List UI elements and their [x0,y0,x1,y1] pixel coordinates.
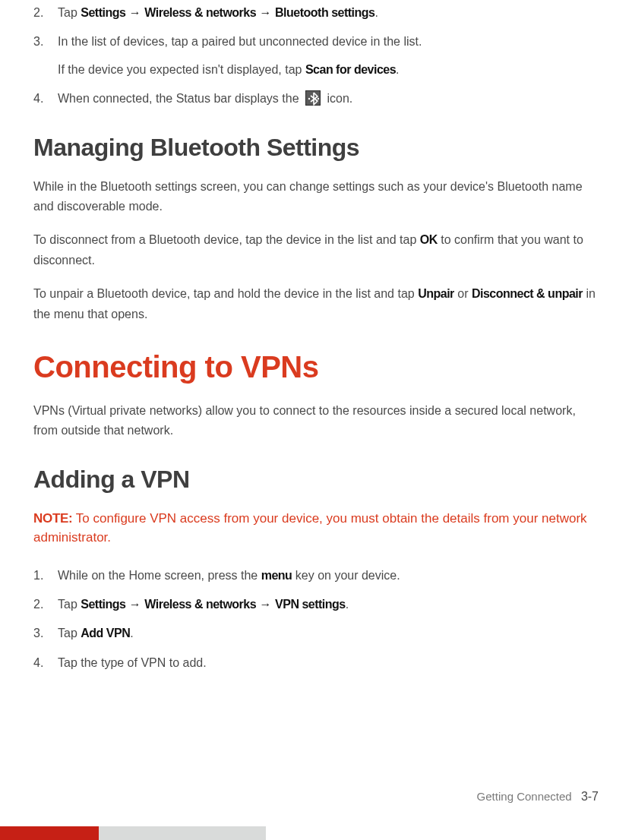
heading-adding-vpn: Adding a VPN [33,466,599,494]
text: Tap [58,598,81,611]
paragraph: VPNs (Virtual private networks) allow yo… [33,401,599,441]
step-number: 4. [33,653,58,673]
paragraph: While in the Bluetooth settings screen, … [33,177,599,217]
text: To unpair a Bluetooth device, tap and ho… [33,287,418,300]
note-label: NOTE: [33,511,72,526]
stripe-gray [99,826,266,840]
path-settings: Settings [81,6,125,19]
text: In the list of devices, tap a paired but… [58,35,422,48]
unpair-label: Unpair [418,287,454,300]
ok-label: OK [420,233,438,246]
step-body: Tap Add VPN. [58,624,599,643]
step-body: Tap the type of VPN to add. [58,653,599,673]
svg-point-1 [318,98,319,99]
step-number: 1. [33,566,58,586]
text: . [396,63,399,76]
text: or [454,287,472,300]
page-number: 3-7 [581,790,599,803]
vpn-step-3: 3. Tap Add VPN. [33,624,599,643]
text: Tap [58,6,81,19]
path-wireless: Wireless & networks [144,598,256,611]
text: Tap [58,627,81,639]
arrow-icon: → [260,598,272,611]
vpn-step-2: 2. Tap Settings → Wireless & networks → … [33,595,599,614]
text: key on your device. [292,569,400,582]
step-number: 2. [33,595,58,614]
scan-for-devices: Scan for devices [305,63,396,76]
step-body: In the list of devices, tap a paired but… [58,32,599,80]
stripe-red [0,826,99,840]
disconnect-unpair-label: Disconnect & unpair [472,287,583,300]
footer-stripe [0,826,266,840]
text: If the device you expected isn't display… [58,63,305,76]
paragraph: To disconnect from a Bluetooth device, t… [33,230,599,270]
text: To disconnect from a Bluetooth device, t… [33,233,420,246]
path-wireless: Wireless & networks [144,6,256,19]
step-number: 3. [33,32,58,80]
sub-paragraph: If the device you expected isn't display… [58,60,599,80]
note-block: NOTE: To configure VPN access from your … [33,509,599,548]
svg-point-0 [308,98,310,99]
text: icon. [327,92,352,105]
step-4-status-bar: 4. When connected, the Status bar displa… [33,89,599,109]
path-settings: Settings [81,598,125,611]
step-number: 3. [33,624,58,643]
heading-connecting-vpns: Connecting to VPNs [33,350,599,384]
vpn-step-1: 1. While on the Home screen, press the m… [33,566,599,586]
text: . [346,598,349,611]
text: While on the Home screen, press the [58,569,261,582]
heading-managing-bluetooth: Managing Bluetooth Settings [33,134,599,162]
menu-key-label: menu [261,569,292,582]
arrow-icon: → [260,6,272,19]
text: . [130,627,133,639]
step-body: Tap Settings → Wireless & networks → Blu… [58,3,599,23]
footer-section-name: Getting Connected [477,790,572,803]
step-body: Tap Settings → Wireless & networks → VPN… [58,595,599,614]
step-number: 4. [33,89,58,109]
step-number: 2. [33,3,58,23]
note-text: To configure VPN access from your device… [33,511,587,545]
text: When connected, the Status bar displays … [58,92,302,105]
vpn-step-4: 4. Tap the type of VPN to add. [33,653,599,673]
arrow-icon: → [129,6,141,19]
text: . [374,6,378,19]
paragraph: To unpair a Bluetooth device, tap and ho… [33,284,599,324]
arrow-icon: → [129,598,141,611]
path-vpn-settings: VPN settings [275,598,346,611]
page-footer: Getting Connected 3-7 [477,790,599,804]
bluetooth-connected-icon [305,90,321,106]
step-2-bluetooth-settings: 2. Tap Settings → Wireless & networks → … [33,3,599,23]
step-body: When connected, the Status bar displays … [58,89,599,109]
step-body: While on the Home screen, press the menu… [58,566,599,586]
step-3-paired-device: 3. In the list of devices, tap a paired … [33,32,599,80]
path-bluetooth: Bluetooth settings [275,6,374,19]
add-vpn-label: Add VPN [81,627,130,639]
